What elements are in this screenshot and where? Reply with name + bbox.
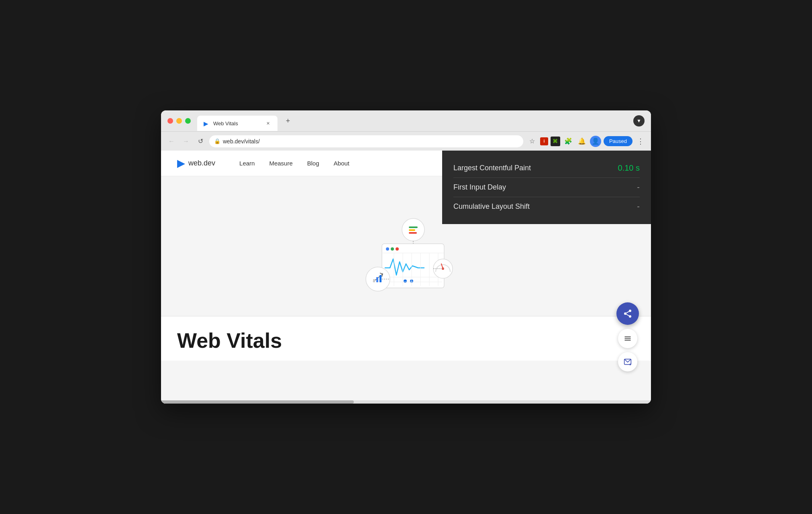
svg-point-5 — [404, 279, 407, 283]
svg-point-3 — [396, 247, 399, 251]
traffic-lights — [167, 118, 191, 124]
paused-button[interactable]: Paused — [604, 136, 632, 146]
back-button[interactable]: ← — [166, 136, 177, 147]
list-fab-button[interactable] — [618, 329, 637, 348]
close-button[interactable] — [167, 118, 173, 124]
minimize-button[interactable] — [176, 118, 182, 124]
logo-icon: ▶ — [177, 158, 184, 169]
refresh-button[interactable]: ↺ — [195, 136, 206, 147]
svg-point-31 — [624, 312, 626, 315]
site-nav: Learn Measure Blog About — [239, 160, 349, 167]
vitals-row-lcp: Largest Contentful Paint 0.10 s — [453, 159, 640, 178]
cls-value: - — [637, 202, 640, 211]
tab-title: Web Vitals — [213, 120, 261, 126]
share-icon — [623, 309, 632, 318]
nav-measure[interactable]: Measure — [269, 160, 292, 167]
email-icon — [624, 358, 632, 366]
browser-tab[interactable]: ▶ Web Vitals ✕ — [197, 116, 277, 131]
chrome-menu-button[interactable]: ▼ — [633, 115, 645, 126]
lcp-label: Largest Contentful Paint — [453, 164, 531, 172]
fid-label: First Input Delay — [453, 183, 506, 192]
tab-favicon: ▶ — [204, 120, 210, 126]
user-avatar[interactable]: 👤 — [590, 136, 601, 147]
chrome-more-button[interactable]: ⋮ — [635, 136, 646, 147]
paused-label: Paused — [609, 138, 627, 144]
web-content: ▶ web.dev Learn Measure Blog About 🔍 Sea… — [161, 151, 651, 404]
svg-point-30 — [629, 310, 631, 312]
svg-point-1 — [386, 247, 389, 251]
nav-about[interactable]: About — [334, 160, 349, 167]
fid-value: - — [637, 183, 640, 192]
svg-point-2 — [391, 247, 394, 251]
tab-close-button[interactable]: ✕ — [265, 120, 271, 126]
nav-learn[interactable]: Learn — [239, 160, 255, 167]
cls-label: Cumulative Layout Shift — [453, 202, 530, 211]
ext-icon-2[interactable]: ⌘ — [551, 137, 560, 146]
svg-rect-22 — [373, 279, 375, 282]
lcp-value: 0.10 s — [618, 163, 640, 173]
vitals-overlay: Largest Contentful Paint 0.10 s First In… — [442, 151, 651, 224]
title-bar-right: ▼ — [633, 115, 645, 126]
maximize-button[interactable] — [185, 118, 191, 124]
hero-svg — [338, 212, 474, 308]
site-header: ▶ web.dev Learn Measure Blog About 🔍 Sea… — [161, 151, 651, 176]
list-icon — [624, 335, 632, 343]
ext-icon-3[interactable]: 🧩 — [563, 136, 574, 147]
toolbar-icons: ☆ i ⌘ 🧩 🔔 👤 Paused ⋮ — [526, 136, 646, 147]
svg-rect-24 — [379, 275, 382, 282]
title-bar: ▶ Web Vitals ✕ + ▼ — [161, 110, 651, 131]
hero-illustration — [338, 212, 474, 308]
scrollbar-thumb[interactable] — [161, 400, 354, 404]
ext-icon-4[interactable]: 🔔 — [576, 136, 588, 147]
vitals-row-fid: First Input Delay - — [453, 178, 640, 197]
email-fab-button[interactable] — [618, 352, 637, 371]
svg-line-34 — [626, 312, 629, 313]
site-logo[interactable]: ▶ web.dev — [177, 158, 215, 169]
lock-icon: 🔒 — [214, 138, 220, 144]
forward-button[interactable]: → — [180, 136, 192, 147]
page-title-section: Web Vitals — [161, 316, 651, 361]
logo-text: web.dev — [188, 159, 215, 167]
scrollbar[interactable] — [161, 400, 651, 404]
page-title: Web Vitals — [177, 328, 635, 353]
fab-container — [616, 302, 639, 371]
address-wrapper: 🔒 — [209, 135, 523, 147]
browser-window: ▶ Web Vitals ✕ + ▼ ← → ↺ 🔒 ☆ i ⌘ 🧩 🔔 👤 — [161, 110, 651, 404]
new-tab-button[interactable]: + — [282, 115, 294, 126]
svg-rect-16 — [409, 226, 418, 228]
svg-line-33 — [626, 314, 629, 316]
nav-blog[interactable]: Blog — [307, 160, 319, 167]
svg-rect-18 — [409, 232, 417, 234]
svg-rect-17 — [409, 229, 415, 231]
svg-rect-23 — [376, 277, 378, 282]
share-fab-button[interactable] — [616, 302, 639, 325]
ext-icon-1[interactable]: i — [540, 137, 548, 145]
bookmark-icon[interactable]: ☆ — [526, 136, 538, 147]
address-bar: ← → ↺ 🔒 ☆ i ⌘ 🧩 🔔 👤 Paused ⋮ — [161, 131, 651, 151]
svg-point-32 — [629, 315, 631, 318]
address-input[interactable] — [209, 135, 523, 147]
vitals-row-cls: Cumulative Layout Shift - — [453, 197, 640, 216]
